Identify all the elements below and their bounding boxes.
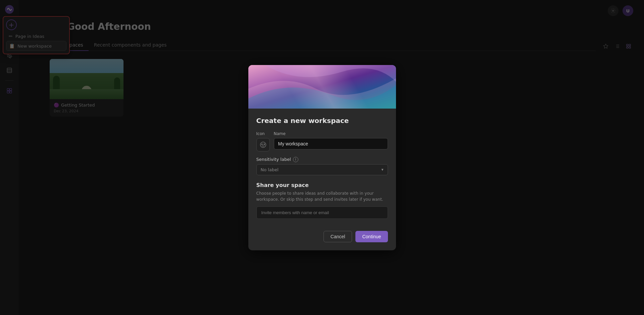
icon-name-row: Icon Name [256, 131, 388, 151]
sensitivity-section: Sensitivity label i No label ▾ [256, 157, 388, 175]
share-title: Share your space [256, 182, 388, 188]
workspace-icon-button[interactable] [256, 138, 270, 151]
modal-footer: Cancel Continue [256, 226, 388, 242]
sensitivity-select[interactable]: No label ▾ [256, 164, 388, 175]
share-section: Share your space Choose people to share … [256, 182, 388, 219]
modal-body: Create a new workspace Icon Na [248, 109, 396, 250]
workspace-name-input[interactable] [274, 138, 388, 149]
sensitivity-label-row: Sensitivity label i [256, 157, 388, 162]
share-description: Choose people to share ideas and collabo… [256, 190, 388, 202]
name-field-col: Name [274, 131, 388, 151]
modal-overlay: Create a new workspace Icon Na [0, 0, 644, 315]
chevron-down-icon: ▾ [381, 167, 383, 172]
icon-field-label: Icon [256, 131, 270, 136]
sensitivity-info-icon[interactable]: i [293, 157, 298, 162]
name-field-label: Name [274, 131, 388, 136]
svg-rect-22 [248, 65, 396, 109]
sensitivity-select-value: No label [261, 167, 279, 172]
modal-header-image [248, 65, 396, 109]
svg-point-24 [261, 144, 262, 145]
sensitivity-label-text: Sensitivity label [256, 157, 291, 162]
modal-title: Create a new workspace [256, 117, 388, 125]
svg-point-25 [264, 144, 265, 145]
continue-button[interactable]: Continue [355, 231, 388, 242]
invite-members-input[interactable] [256, 206, 388, 219]
create-workspace-modal: Create a new workspace Icon Na [248, 65, 396, 250]
cancel-button[interactable]: Cancel [324, 231, 352, 242]
svg-point-23 [260, 142, 266, 147]
